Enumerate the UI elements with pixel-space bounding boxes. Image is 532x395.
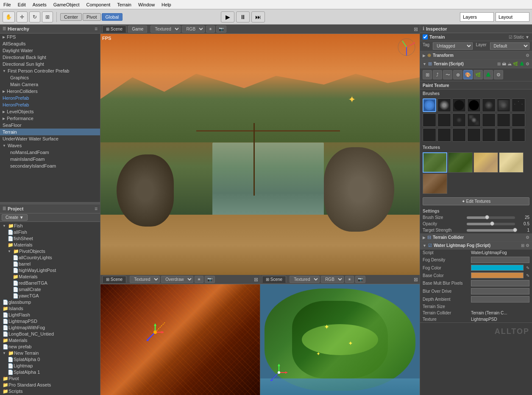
water-script-checkbox[interactable]: ☑	[428, 243, 432, 248]
hand-tool-btn[interactable]: ✋	[3, 11, 15, 22]
terrain-tool-1[interactable]: ⊞	[423, 70, 432, 79]
proj-islands[interactable]: 📁Islands	[0, 305, 100, 312]
terrain-tool-3[interactable]: 〜	[443, 70, 452, 79]
hier-heron-prefab-1[interactable]: HeronPrefab	[0, 95, 100, 101]
brush-1[interactable]	[423, 98, 436, 112]
terrain-tool-5[interactable]: 🌿	[474, 70, 483, 79]
blur-over-input[interactable]: 0	[471, 288, 529, 294]
proj-longboat[interactable]: 📄LongBoat_NC_Untied	[0, 331, 100, 337]
base-mult-input[interactable]: 4	[471, 280, 529, 286]
brush-21[interactable]	[512, 128, 525, 142]
proj-new-prefab[interactable]: 📄new prefab	[0, 344, 100, 350]
target-strength-slider[interactable]	[467, 229, 515, 232]
camera-icon-btn[interactable]: 📷	[216, 25, 226, 33]
terrain-tool-4[interactable]: ⊕	[453, 70, 462, 79]
texture-5[interactable]	[423, 174, 447, 194]
play-btn[interactable]: ▶	[221, 11, 234, 22]
depth-ambient-input[interactable]: 2.5	[471, 296, 529, 303]
scene-bl-cam[interactable]: 📷	[205, 276, 215, 283]
move-tool-btn[interactable]: ✛	[17, 11, 28, 22]
proj-lightmap[interactable]: 📄Lightmap	[0, 363, 100, 369]
hier-terrain[interactable]: Terrain	[0, 129, 100, 135]
project-menu-icon[interactable]: ≡	[95, 206, 97, 212]
render-mode-select[interactable]: Textured	[150, 25, 181, 33]
menu-assets[interactable]: Assets	[29, 1, 50, 8]
scene-top-maximize[interactable]: ⊠	[414, 26, 418, 32]
scene-bl-viewport[interactable]	[100, 284, 260, 395]
scene-bl-tab[interactable]: ⊞ Scene	[102, 276, 126, 283]
scene-br-tab[interactable]: ⊞ Scene	[262, 276, 286, 283]
hier-heron-prefab-2[interactable]: HeronPrefab	[0, 101, 100, 108]
hier-secondary[interactable]: secondaryIslandFoam	[0, 162, 100, 169]
hier-heron-colliders[interactable]: ▶HeronColliders	[0, 88, 100, 95]
terrain-icon-1[interactable]: ⊞	[497, 62, 501, 66]
edit-textures-btn[interactable]: ✦ Edit Textures	[423, 197, 529, 205]
scene-tab-scene[interactable]: ⊞ Scene	[102, 25, 126, 33]
proj-country-lights[interactable]: 📄allCountryLights	[0, 255, 100, 261]
opacity-slider[interactable]	[467, 223, 515, 225]
hier-allseagulls[interactable]: AllSeagulls	[0, 40, 100, 47]
proj-lightmap-psd[interactable]: 📄LightmapPSD	[0, 318, 100, 325]
terrain-collider-gear[interactable]: ⚙	[526, 235, 529, 240]
layer-dropdown[interactable]: Default	[490, 42, 529, 50]
proj-scripts[interactable]: 📁Scripts	[0, 388, 100, 395]
hier-main-camera[interactable]: Main Camera	[0, 81, 100, 88]
hier-fps-controller[interactable]: ▼First Person Controller Prefab	[0, 67, 100, 74]
brush-7[interactable]	[512, 98, 525, 112]
terrain-active-checkbox[interactable]	[423, 34, 428, 39]
hier-seafloor[interactable]: SeaFloor	[0, 122, 100, 129]
proj-small-crate[interactable]: 📄smallCrate	[0, 286, 100, 293]
tag-dropdown[interactable]: Untagged	[433, 42, 472, 50]
brush-17[interactable]	[452, 128, 466, 142]
base-color-swatch[interactable]	[471, 272, 524, 278]
terrain-icon-5[interactable]: 🌲	[519, 62, 524, 66]
sun-icon-btn[interactable]: ☀	[206, 25, 215, 33]
scene-bl-sun[interactable]: ☀	[195, 276, 203, 283]
scene-top-viewport[interactable]: ✦ FPS	[100, 34, 420, 275]
rotate-tool-btn[interactable]: ↻	[29, 11, 40, 22]
hier-dir-back-light[interactable]: Directional Back light	[0, 54, 100, 61]
brush-10[interactable]	[452, 113, 466, 127]
hier-waves[interactable]: ▼Waves	[0, 142, 100, 149]
water-script-header[interactable]: ▼ ☑ Water Lightmap Fog (Script) ⊞ ⚙	[420, 242, 532, 249]
brush-19[interactable]	[482, 128, 496, 142]
hier-underwater[interactable]: UnderWater Water Surface	[0, 135, 100, 142]
brush-14[interactable]	[512, 113, 525, 127]
brush-20[interactable]	[497, 128, 510, 142]
texture-2[interactable]	[448, 152, 473, 173]
menu-file[interactable]: File	[0, 1, 14, 8]
brush-5[interactable]	[482, 98, 496, 112]
texture-3[interactable]	[474, 152, 498, 173]
hier-graphics[interactable]: Graphics	[0, 74, 100, 81]
hierarchy-menu-icon[interactable]: ≡	[95, 26, 97, 32]
hier-mainisland[interactable]: mainIslandFoam	[0, 156, 100, 162]
pause-btn[interactable]: ⏸	[236, 11, 250, 22]
brush-18[interactable]	[467, 128, 481, 142]
scale-tool-btn[interactable]: ⊞	[42, 11, 53, 22]
transform-component-header[interactable]: ▶ ⊕ Transform ⚙	[420, 51, 532, 60]
brush-4[interactable]	[467, 98, 481, 112]
terrain-tool-2[interactable]: ⤴	[433, 70, 442, 79]
proj-splat0[interactable]: 📄SplatAlpha 0	[0, 356, 100, 363]
terrain-tool-settings[interactable]: ⚙	[494, 70, 503, 79]
terrain-script-header[interactable]: ▼ ⊞ Terrain (Script) ⊞ 🏔 ⛰ 🌿 🌲 ⚙	[420, 60, 532, 68]
brush-6[interactable]	[497, 98, 510, 112]
proj-new-terrain[interactable]: ▼📁New Terrain	[0, 350, 100, 356]
proj-allfish[interactable]: 📄allFish	[0, 229, 100, 235]
proj-materials[interactable]: 📁Materials	[0, 337, 100, 344]
scene-bl-maximize[interactable]: ⊠	[254, 277, 258, 283]
brush-size-slider[interactable]	[467, 216, 515, 219]
scene-br-sun[interactable]: ☀	[345, 276, 354, 283]
fog-density-input[interactable]: 0.013	[471, 257, 529, 263]
hier-daylight-water[interactable]: Daylight Water	[0, 47, 100, 54]
center-btn[interactable]: Center	[60, 13, 82, 21]
menu-component[interactable]: Component	[83, 1, 114, 8]
brush-8[interactable]	[423, 113, 436, 127]
brush-2[interactable]	[437, 98, 451, 112]
brush-16[interactable]	[437, 128, 451, 142]
proj-pivot[interactable]: 📁Pivot	[0, 375, 100, 382]
terrain-tool-6[interactable]: 🌲	[484, 70, 493, 79]
step-btn[interactable]: ⏭	[251, 11, 265, 22]
scene-tab-game[interactable]: Game	[128, 25, 147, 33]
pivot-btn[interactable]: Pivot	[83, 13, 100, 21]
